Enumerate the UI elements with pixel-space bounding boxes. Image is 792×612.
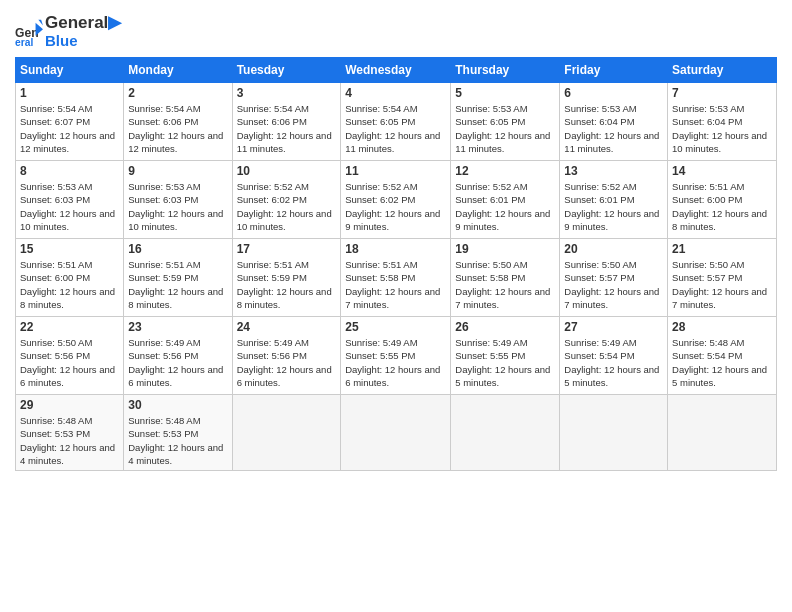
day-info: Sunrise: 5:49 AMSunset: 5:55 PMDaylight:… — [345, 336, 446, 389]
calendar-empty-cell — [451, 395, 560, 471]
day-number: 11 — [345, 164, 446, 178]
calendar-week-row: 29 Sunrise: 5:48 AMSunset: 5:53 PMDaylig… — [16, 395, 777, 471]
day-number: 19 — [455, 242, 555, 256]
day-number: 14 — [672, 164, 772, 178]
day-info: Sunrise: 5:53 AMSunset: 6:04 PMDaylight:… — [564, 102, 663, 155]
calendar-empty-cell — [232, 395, 341, 471]
day-number: 27 — [564, 320, 663, 334]
calendar-day-cell: 11 Sunrise: 5:52 AMSunset: 6:02 PMDaylig… — [341, 161, 451, 239]
calendar-day-cell: 30 Sunrise: 5:48 AMSunset: 5:53 PMDaylig… — [124, 395, 232, 471]
day-number: 2 — [128, 86, 227, 100]
day-number: 10 — [237, 164, 337, 178]
day-info: Sunrise: 5:54 AMSunset: 6:05 PMDaylight:… — [345, 102, 446, 155]
day-number: 29 — [20, 398, 119, 412]
calendar-day-cell: 7 Sunrise: 5:53 AMSunset: 6:04 PMDayligh… — [668, 83, 777, 161]
day-info: Sunrise: 5:50 AMSunset: 5:57 PMDaylight:… — [564, 258, 663, 311]
calendar-day-cell: 13 Sunrise: 5:52 AMSunset: 6:01 PMDaylig… — [560, 161, 668, 239]
day-info: Sunrise: 5:51 AMSunset: 5:59 PMDaylight:… — [128, 258, 227, 311]
calendar-empty-cell — [341, 395, 451, 471]
day-info: Sunrise: 5:52 AMSunset: 6:02 PMDaylight:… — [237, 180, 337, 233]
calendar-empty-cell — [668, 395, 777, 471]
day-info: Sunrise: 5:48 AMSunset: 5:53 PMDaylight:… — [20, 414, 119, 467]
calendar-day-cell: 15 Sunrise: 5:51 AMSunset: 6:00 PMDaylig… — [16, 239, 124, 317]
calendar-day-cell: 23 Sunrise: 5:49 AMSunset: 5:56 PMDaylig… — [124, 317, 232, 395]
weekday-header: Wednesday — [341, 58, 451, 83]
day-info: Sunrise: 5:49 AMSunset: 5:54 PMDaylight:… — [564, 336, 663, 389]
calendar-week-row: 15 Sunrise: 5:51 AMSunset: 6:00 PMDaylig… — [16, 239, 777, 317]
calendar-day-cell: 21 Sunrise: 5:50 AMSunset: 5:57 PMDaylig… — [668, 239, 777, 317]
calendar-day-cell: 17 Sunrise: 5:51 AMSunset: 5:59 PMDaylig… — [232, 239, 341, 317]
calendar-day-cell: 16 Sunrise: 5:51 AMSunset: 5:59 PMDaylig… — [124, 239, 232, 317]
day-number: 15 — [20, 242, 119, 256]
day-number: 28 — [672, 320, 772, 334]
day-info: Sunrise: 5:48 AMSunset: 5:53 PMDaylight:… — [128, 414, 227, 467]
day-info: Sunrise: 5:53 AMSunset: 6:05 PMDaylight:… — [455, 102, 555, 155]
day-number: 4 — [345, 86, 446, 100]
day-info: Sunrise: 5:54 AMSunset: 6:06 PMDaylight:… — [128, 102, 227, 155]
calendar-body: 1 Sunrise: 5:54 AMSunset: 6:07 PMDayligh… — [16, 83, 777, 471]
calendar-day-cell: 10 Sunrise: 5:52 AMSunset: 6:02 PMDaylig… — [232, 161, 341, 239]
day-info: Sunrise: 5:52 AMSunset: 6:01 PMDaylight:… — [564, 180, 663, 233]
calendar-day-cell: 25 Sunrise: 5:49 AMSunset: 5:55 PMDaylig… — [341, 317, 451, 395]
day-number: 16 — [128, 242, 227, 256]
calendar-day-cell: 18 Sunrise: 5:51 AMSunset: 5:58 PMDaylig… — [341, 239, 451, 317]
day-number: 13 — [564, 164, 663, 178]
weekday-header: Monday — [124, 58, 232, 83]
calendar-day-cell: 2 Sunrise: 5:54 AMSunset: 6:06 PMDayligh… — [124, 83, 232, 161]
day-number: 22 — [20, 320, 119, 334]
svg-marker-2 — [36, 22, 43, 35]
calendar-table: SundayMondayTuesdayWednesdayThursdayFrid… — [15, 57, 777, 471]
day-info: Sunrise: 5:53 AMSunset: 6:03 PMDaylight:… — [128, 180, 227, 233]
calendar-week-row: 8 Sunrise: 5:53 AMSunset: 6:03 PMDayligh… — [16, 161, 777, 239]
day-info: Sunrise: 5:51 AMSunset: 5:59 PMDaylight:… — [237, 258, 337, 311]
day-number: 1 — [20, 86, 119, 100]
day-number: 18 — [345, 242, 446, 256]
calendar-day-cell: 12 Sunrise: 5:52 AMSunset: 6:01 PMDaylig… — [451, 161, 560, 239]
day-info: Sunrise: 5:50 AMSunset: 5:56 PMDaylight:… — [20, 336, 119, 389]
calendar-day-cell: 29 Sunrise: 5:48 AMSunset: 5:53 PMDaylig… — [16, 395, 124, 471]
day-number: 17 — [237, 242, 337, 256]
logo-icon: Gen eral — [15, 18, 43, 46]
day-number: 9 — [128, 164, 227, 178]
day-number: 21 — [672, 242, 772, 256]
calendar-day-cell: 26 Sunrise: 5:49 AMSunset: 5:55 PMDaylig… — [451, 317, 560, 395]
calendar-day-cell: 1 Sunrise: 5:54 AMSunset: 6:07 PMDayligh… — [16, 83, 124, 161]
calendar-day-cell: 27 Sunrise: 5:49 AMSunset: 5:54 PMDaylig… — [560, 317, 668, 395]
weekday-header: Friday — [560, 58, 668, 83]
weekday-header: Tuesday — [232, 58, 341, 83]
calendar-header-row: SundayMondayTuesdayWednesdayThursdayFrid… — [16, 58, 777, 83]
day-number: 5 — [455, 86, 555, 100]
calendar-day-cell: 20 Sunrise: 5:50 AMSunset: 5:57 PMDaylig… — [560, 239, 668, 317]
day-info: Sunrise: 5:49 AMSunset: 5:56 PMDaylight:… — [237, 336, 337, 389]
day-number: 23 — [128, 320, 227, 334]
page-header: Gen eral General▶ Blue — [15, 10, 777, 49]
day-number: 6 — [564, 86, 663, 100]
calendar-day-cell: 24 Sunrise: 5:49 AMSunset: 5:56 PMDaylig… — [232, 317, 341, 395]
day-info: Sunrise: 5:51 AMSunset: 5:58 PMDaylight:… — [345, 258, 446, 311]
svg-text:eral: eral — [15, 37, 33, 46]
day-info: Sunrise: 5:49 AMSunset: 5:56 PMDaylight:… — [128, 336, 227, 389]
weekday-header: Saturday — [668, 58, 777, 83]
day-number: 3 — [237, 86, 337, 100]
weekday-header: Thursday — [451, 58, 560, 83]
calendar-day-cell: 6 Sunrise: 5:53 AMSunset: 6:04 PMDayligh… — [560, 83, 668, 161]
calendar-week-row: 1 Sunrise: 5:54 AMSunset: 6:07 PMDayligh… — [16, 83, 777, 161]
day-info: Sunrise: 5:53 AMSunset: 6:04 PMDaylight:… — [672, 102, 772, 155]
calendar-day-cell: 22 Sunrise: 5:50 AMSunset: 5:56 PMDaylig… — [16, 317, 124, 395]
day-info: Sunrise: 5:54 AMSunset: 6:06 PMDaylight:… — [237, 102, 337, 155]
day-info: Sunrise: 5:54 AMSunset: 6:07 PMDaylight:… — [20, 102, 119, 155]
day-number: 24 — [237, 320, 337, 334]
day-info: Sunrise: 5:50 AMSunset: 5:58 PMDaylight:… — [455, 258, 555, 311]
day-number: 30 — [128, 398, 227, 412]
day-number: 12 — [455, 164, 555, 178]
logo-text: General▶ Blue — [45, 14, 121, 49]
day-number: 25 — [345, 320, 446, 334]
svg-marker-3 — [38, 19, 43, 25]
day-info: Sunrise: 5:51 AMSunset: 6:00 PMDaylight:… — [672, 180, 772, 233]
day-number: 20 — [564, 242, 663, 256]
calendar-day-cell: 14 Sunrise: 5:51 AMSunset: 6:00 PMDaylig… — [668, 161, 777, 239]
day-info: Sunrise: 5:52 AMSunset: 6:02 PMDaylight:… — [345, 180, 446, 233]
day-info: Sunrise: 5:51 AMSunset: 6:00 PMDaylight:… — [20, 258, 119, 311]
day-info: Sunrise: 5:53 AMSunset: 6:03 PMDaylight:… — [20, 180, 119, 233]
calendar-day-cell: 19 Sunrise: 5:50 AMSunset: 5:58 PMDaylig… — [451, 239, 560, 317]
